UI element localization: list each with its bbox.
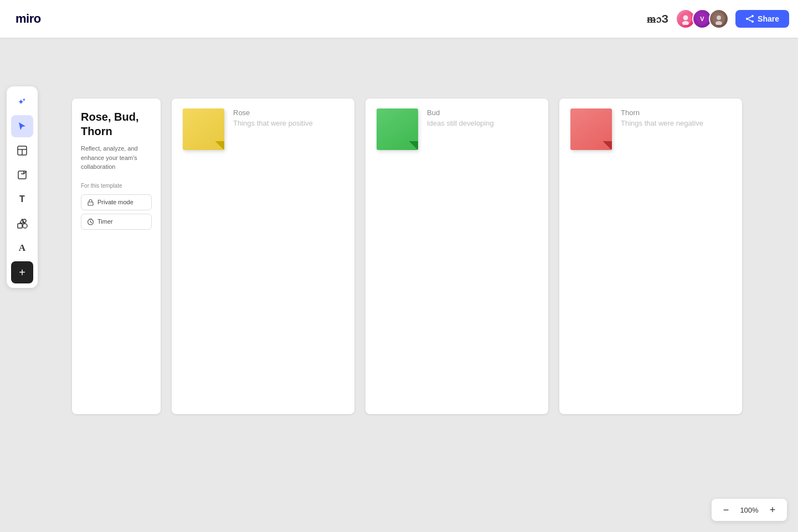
private-mode-label: Private mode	[97, 199, 133, 205]
bud-sticky-note	[377, 109, 418, 150]
timer-display: ᵯɔЗ	[647, 13, 670, 25]
zoom-level: 100%	[738, 506, 760, 514]
timer-icon	[87, 218, 94, 225]
thorn-subtitle: Things that were negative	[621, 119, 703, 127]
rose-sticky-note	[183, 109, 224, 150]
svg-text:✦: ✦	[22, 97, 26, 102]
thorn-label: Thorn	[621, 109, 703, 117]
svg-point-6	[717, 16, 721, 20]
toolbar: ✦ ✦ T	[7, 86, 38, 288]
header: miro ᵯɔЗ V Share	[0, 0, 798, 38]
svg-line-12	[748, 19, 751, 21]
svg-point-8	[746, 18, 748, 20]
canvas[interactable]: ✦ ✦ T	[0, 38, 798, 532]
text-icon: T	[19, 194, 25, 204]
share-label: Share	[758, 14, 779, 23]
toolbar-item-cursor[interactable]	[11, 115, 33, 137]
info-card-description: Reflect, analyze, and enhance your team'…	[81, 144, 152, 172]
private-mode-icon	[87, 199, 94, 206]
thorn-sticky-note	[570, 109, 612, 150]
zoom-controls: − 100% +	[712, 499, 787, 521]
bud-label: Bud	[427, 109, 494, 117]
svg-rect-22	[88, 202, 93, 205]
toolbar-item-add[interactable]: +	[11, 261, 33, 283]
rose-subtitle: Things that were positive	[233, 119, 313, 127]
private-mode-button[interactable]: Private mode	[81, 194, 152, 210]
toolbar-item-text[interactable]: T	[11, 188, 33, 210]
toolbar-item-note[interactable]	[11, 164, 33, 186]
timer-button[interactable]: Timer	[81, 214, 152, 230]
cursor-icon	[17, 121, 28, 132]
toolbar-item-table[interactable]	[11, 140, 33, 162]
rose-label: Rose	[233, 109, 313, 117]
table-icon	[17, 145, 28, 156]
zoom-in-button[interactable]: +	[765, 502, 780, 518]
toolbar-item-font[interactable]: A	[11, 237, 33, 259]
timer-label: Timer	[97, 218, 113, 225]
svg-text:V: V	[700, 16, 704, 22]
note-icon	[17, 169, 28, 180]
svg-point-9	[751, 15, 754, 17]
shapes-icon	[17, 218, 28, 229]
info-card: Rose, Bud, Thorn Reflect, analyze, and e…	[72, 99, 161, 414]
svg-point-20	[23, 224, 27, 228]
toolbar-item-shapes[interactable]	[11, 213, 33, 235]
share-icon	[745, 14, 754, 23]
font-icon: A	[19, 242, 25, 254]
rose-column-header: Rose Things that were positive	[183, 109, 343, 150]
svg-rect-19	[18, 224, 22, 228]
avatar-3[interactable]	[709, 9, 729, 29]
thorn-column: Thorn Things that were negative	[559, 99, 742, 414]
header-right: ᵯɔЗ V Share	[647, 9, 789, 29]
magic-icon: ✦ ✦	[17, 96, 28, 107]
toolbar-item-magic[interactable]: ✦ ✦	[11, 91, 33, 113]
bud-column-header: Bud Ideas still developing	[377, 109, 537, 150]
add-icon: +	[19, 267, 25, 278]
svg-line-11	[748, 17, 751, 18]
bud-subtitle: Ideas still developing	[427, 119, 494, 127]
svg-point-10	[751, 20, 754, 23]
template-label: For this template	[81, 183, 152, 189]
cards-area: Rose, Bud, Thorn Reflect, analyze, and e…	[72, 99, 742, 414]
logo: miro	[9, 9, 48, 28]
svg-point-1	[683, 16, 688, 20]
zoom-out-button[interactable]: −	[718, 502, 734, 518]
share-button[interactable]: Share	[735, 10, 789, 28]
bud-column: Bud Ideas still developing	[365, 99, 548, 414]
info-card-title: Rose, Bud, Thorn	[81, 110, 152, 138]
thorn-column-header: Thorn Things that were negative	[570, 109, 731, 150]
rose-column: Rose Things that were positive	[172, 99, 354, 414]
avatars: V	[676, 9, 729, 29]
